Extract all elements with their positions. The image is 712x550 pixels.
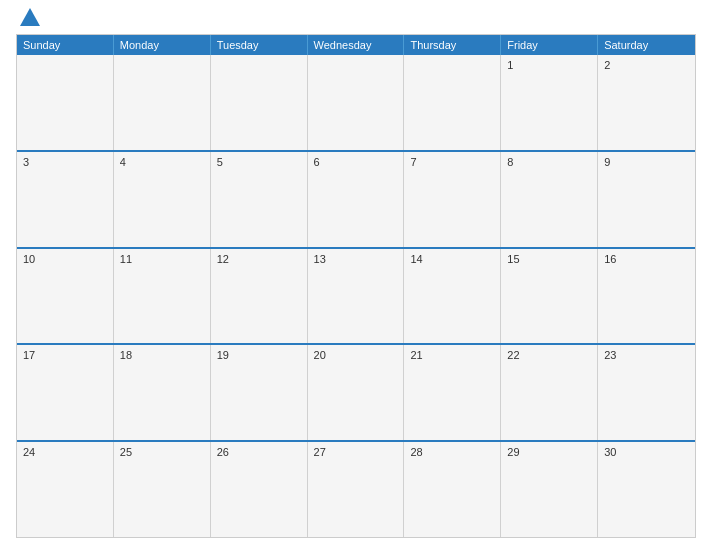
day-cell: 10: [17, 249, 114, 344]
day-number: 20: [314, 349, 398, 361]
day-number: 14: [410, 253, 494, 265]
day-number: 9: [604, 156, 689, 168]
day-cell: 17: [17, 345, 114, 440]
day-cell: [404, 55, 501, 150]
day-cell: [308, 55, 405, 150]
day-cell: 16: [598, 249, 695, 344]
day-cell: 29: [501, 442, 598, 537]
day-header-tuesday: Tuesday: [211, 35, 308, 55]
day-header-friday: Friday: [501, 35, 598, 55]
day-number: 21: [410, 349, 494, 361]
day-cell: 1: [501, 55, 598, 150]
day-number: 29: [507, 446, 591, 458]
day-cell: [17, 55, 114, 150]
day-number: 13: [314, 253, 398, 265]
day-header-monday: Monday: [114, 35, 211, 55]
day-number: 23: [604, 349, 689, 361]
day-number: 3: [23, 156, 107, 168]
day-cell: 7: [404, 152, 501, 247]
day-number: 26: [217, 446, 301, 458]
day-number: 30: [604, 446, 689, 458]
day-cell: 9: [598, 152, 695, 247]
day-cell: [211, 55, 308, 150]
day-number: 28: [410, 446, 494, 458]
day-number: 24: [23, 446, 107, 458]
day-number: 11: [120, 253, 204, 265]
day-cell: 3: [17, 152, 114, 247]
week-row-1: 12: [17, 55, 695, 150]
week-row-3: 10111213141516: [17, 247, 695, 344]
day-cell: 8: [501, 152, 598, 247]
day-number: 6: [314, 156, 398, 168]
day-header-saturday: Saturday: [598, 35, 695, 55]
day-number: 17: [23, 349, 107, 361]
day-header-sunday: Sunday: [17, 35, 114, 55]
day-number: 2: [604, 59, 689, 71]
day-number: 22: [507, 349, 591, 361]
day-number: 25: [120, 446, 204, 458]
week-row-4: 17181920212223: [17, 343, 695, 440]
day-number: 7: [410, 156, 494, 168]
day-cell: 13: [308, 249, 405, 344]
day-cell: 6: [308, 152, 405, 247]
day-cell: 27: [308, 442, 405, 537]
day-cell: [114, 55, 211, 150]
week-row-2: 3456789: [17, 150, 695, 247]
calendar-grid: SundayMondayTuesdayWednesdayThursdayFrid…: [16, 34, 696, 538]
day-cell: 23: [598, 345, 695, 440]
day-cell: 24: [17, 442, 114, 537]
weeks-container: 1234567891011121314151617181920212223242…: [17, 55, 695, 537]
logo: [16, 12, 40, 26]
day-cell: 25: [114, 442, 211, 537]
day-number: 8: [507, 156, 591, 168]
day-cell: 21: [404, 345, 501, 440]
day-number: 5: [217, 156, 301, 168]
day-cell: 22: [501, 345, 598, 440]
day-cell: 18: [114, 345, 211, 440]
day-cell: 30: [598, 442, 695, 537]
header: [16, 12, 696, 26]
day-cell: 20: [308, 345, 405, 440]
day-cell: 15: [501, 249, 598, 344]
day-number: 12: [217, 253, 301, 265]
day-cell: 26: [211, 442, 308, 537]
day-cell: 2: [598, 55, 695, 150]
calendar-page: SundayMondayTuesdayWednesdayThursdayFrid…: [0, 0, 712, 550]
day-cell: 11: [114, 249, 211, 344]
day-number: 18: [120, 349, 204, 361]
day-number: 15: [507, 253, 591, 265]
day-number: 19: [217, 349, 301, 361]
day-number: 27: [314, 446, 398, 458]
day-headers-row: SundayMondayTuesdayWednesdayThursdayFrid…: [17, 35, 695, 55]
day-header-wednesday: Wednesday: [308, 35, 405, 55]
day-cell: 4: [114, 152, 211, 247]
day-cell: 28: [404, 442, 501, 537]
day-cell: 5: [211, 152, 308, 247]
day-cell: 19: [211, 345, 308, 440]
day-number: 4: [120, 156, 204, 168]
day-header-thursday: Thursday: [404, 35, 501, 55]
logo-triangle-icon: [20, 8, 40, 26]
day-number: 1: [507, 59, 591, 71]
day-cell: 14: [404, 249, 501, 344]
day-cell: 12: [211, 249, 308, 344]
day-number: 16: [604, 253, 689, 265]
week-row-5: 24252627282930: [17, 440, 695, 537]
day-number: 10: [23, 253, 107, 265]
